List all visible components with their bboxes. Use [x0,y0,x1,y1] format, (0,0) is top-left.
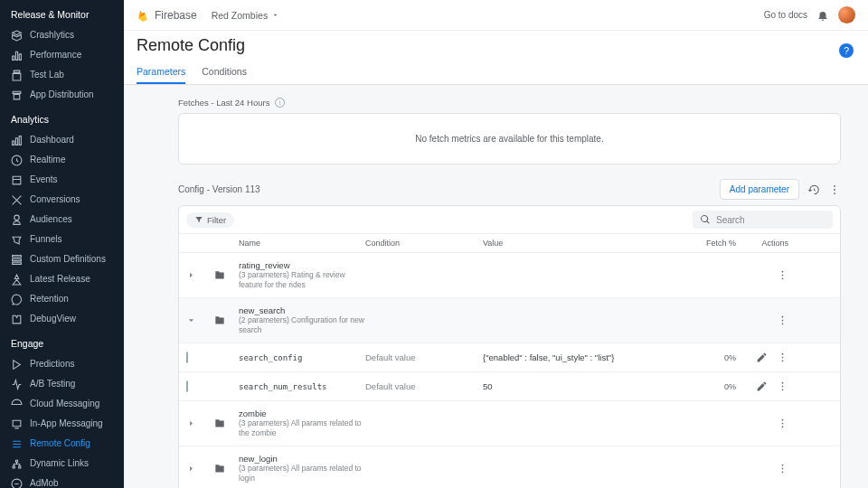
sidebar-item-crashlytics[interactable]: Crashlytics [0,25,124,45]
group-name-cell: zombie(3 parameters) All params related … [239,408,365,438]
svg-point-17 [782,427,784,428]
edit-icon[interactable] [756,380,768,392]
svg-point-14 [782,389,784,391]
sidebar-item-label: A/B Testing [30,378,75,390]
audiences-icon [11,214,23,226]
sidebar-item-app-distribution[interactable]: App Distribution [0,85,124,105]
svg-point-3 [782,271,784,273]
sidebar-item-dynamic-links[interactable]: Dynamic Links [0,454,124,474]
tab-conditions[interactable]: Conditions [202,61,247,84]
sidebar-item-cloud-messaging[interactable]: Cloud Messaging [0,394,124,414]
svg-point-9 [782,353,784,355]
sidebar-item-label: AdMob [30,477,59,488]
tab-parameters[interactable]: Parameters [137,61,185,84]
sidebar-item-label: Remote Config [30,437,90,450]
table-group-row[interactable]: zombie(3 parameters) All params related … [179,401,840,446]
page-title: Remote Config [137,34,855,61]
history-icon[interactable] [807,183,820,196]
svg-point-5 [782,277,784,279]
sidebar-item-debugview[interactable]: DebugView [0,309,124,329]
sidebar-item-dashboard[interactable]: Dashboard [0,130,124,150]
table-param-row: search_configDefault value{"enabled" : f… [179,343,840,372]
row-overflow-icon[interactable] [777,352,788,363]
sidebar-item-label: Conversions [30,193,80,206]
info-icon[interactable]: i [275,98,285,108]
chevron-down-icon[interactable] [186,315,213,325]
sidebar-item-label: Performance [30,49,81,61]
edit-icon[interactable] [756,352,768,363]
param-condition: Default value [365,381,483,391]
sidebar-item-test-lab[interactable]: Test Lab [0,65,124,85]
svg-point-16 [782,423,784,425]
row-overflow-icon[interactable] [777,269,788,281]
row-overflow-icon[interactable] [777,463,788,474]
chevron-right-icon[interactable] [186,464,213,474]
sidebar-item-in-app-messaging[interactable]: In-App Messaging [0,414,124,434]
folder-icon [213,269,239,282]
param-value: 50 [483,381,682,391]
sidebar-item-remote-config[interactable]: Remote Config [0,434,124,454]
sidebar-section-title: Analytics [0,105,124,130]
chevron-right-icon[interactable] [186,418,213,428]
project-name: Red Zombies [212,10,268,21]
sidebar-item-a-b-testing[interactable]: A/B Testing [0,374,124,394]
row-overflow-icon[interactable] [777,418,788,429]
table-param-row: search_num_resultsDefault value500% [179,372,840,401]
svg-point-6 [782,316,784,318]
project-picker[interactable]: Red Zombies [212,10,279,21]
col-name: Name [239,239,365,248]
sidebar-item-label: Realtime [30,154,65,166]
in-app-messaging-icon [11,418,23,430]
param-fetch: 0% [682,382,736,391]
sidebar-item-predictions[interactable]: Predictions [0,354,124,374]
row-overflow-icon[interactable] [777,380,788,392]
svg-point-13 [782,386,784,388]
sidebar-item-retention[interactable]: Retention [0,289,124,309]
sidebar-item-admob[interactable]: AdMob [0,474,124,488]
firebase-logo[interactable]: Firebase [137,9,197,22]
sidebar-item-latest-release[interactable]: Latest Release [0,269,124,289]
fetch-label-row: Fetches - Last 24 Hours i [178,98,841,108]
avatar[interactable] [838,6,855,23]
sidebar-item-label: Predictions [30,358,74,371]
svg-point-11 [782,361,784,362]
param-condition: Default value [365,352,483,362]
bell-icon[interactable] [816,9,829,22]
conversions-icon [11,194,23,206]
filter-icon [194,215,203,224]
empty-metrics-card: No fetch metrics are available for this … [178,113,841,164]
col-fetch: Fetch % [682,239,736,248]
config-version: Config - Version 113 [178,184,260,194]
sidebar: Release & MonitorCrashlyticsPerformanceT… [0,0,124,488]
sidebar-item-audiences[interactable]: Audiences [0,210,124,230]
sidebar-item-events[interactable]: Events [0,170,124,190]
add-parameter-button[interactable]: Add parameter [720,179,799,200]
page-header: Remote Config Parameters Conditions [124,31,868,85]
table-group-row[interactable]: rating_review(3 parameters) Rating & rev… [179,253,840,298]
row-overflow-icon[interactable] [777,314,788,326]
sidebar-item-funnels[interactable]: Funnels [0,230,124,249]
help-icon[interactable]: ? [839,43,854,58]
table-group-row[interactable]: new_search(2 parameters) Configuration f… [179,298,840,343]
docs-link[interactable]: Go to docs [764,10,807,20]
search-input[interactable]: Search [693,211,833,229]
filter-chip[interactable]: Filter [186,212,234,228]
row-checkbox[interactable] [186,380,188,392]
funnels-icon [11,234,23,246]
svg-point-12 [782,382,784,384]
filter-label: Filter [207,215,226,225]
row-checkbox[interactable] [186,352,188,363]
custom-definitions-icon [11,254,23,266]
chevron-right-icon[interactable] [186,270,213,280]
table-group-row[interactable]: new_login(3 parameters) All params relat… [179,446,840,488]
sidebar-item-conversions[interactable]: Conversions [0,190,124,210]
sidebar-item-performance[interactable]: Performance [0,45,124,65]
sidebar-item-custom-definitions[interactable]: Custom Definitions [0,249,124,269]
svg-point-19 [782,468,784,470]
content-area: Fetches - Last 24 Hours i No fetch metri… [124,85,868,488]
overflow-menu-icon[interactable] [827,183,841,196]
svg-point-10 [782,357,784,359]
param-value: {"enabled" : false, "ui_style" : "list"} [483,352,682,362]
latest-release-icon [11,274,23,286]
sidebar-item-realtime[interactable]: Realtime [0,150,124,170]
